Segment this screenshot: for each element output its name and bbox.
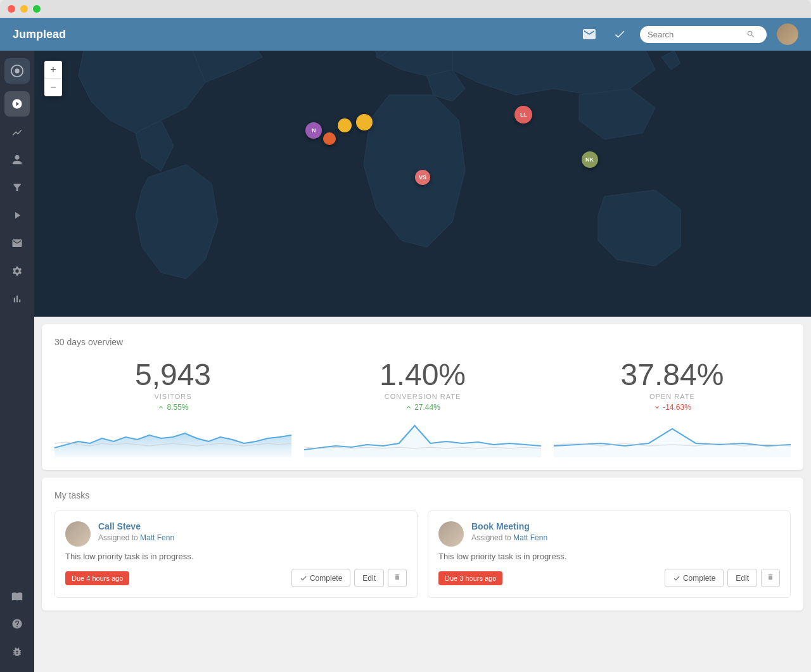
sidebar-item-settings[interactable] [4, 258, 30, 284]
sidebar-item-segments[interactable] [4, 175, 30, 200]
visitors-label: VISITORS [54, 393, 291, 400]
task-actions-2: Complete Edit [665, 569, 780, 587]
task-complete-button-2[interactable]: Complete [665, 569, 724, 587]
user-avatar[interactable] [777, 23, 798, 45]
sidebar-item-reports[interactable] [4, 286, 30, 312]
zoom-in-button[interactable]: + [44, 61, 62, 79]
task-header-2: Book Meeting Assigned to Matt Fenn [438, 521, 780, 547]
task-footer-2: Due 3 hours ago Complete Edit [438, 569, 780, 587]
task-footer-1: Due 4 hours ago Complete Edit [65, 569, 407, 587]
app-logo: Jumplead [13, 28, 569, 41]
trash-icon-1 [393, 573, 401, 581]
trash-icon-2 [767, 573, 774, 581]
map-pin-vs[interactable]: VS [415, 170, 430, 185]
stat-visitors: 5,943 VISITORS 8.55% [54, 360, 291, 457]
conversion-change: 27.44% [304, 403, 541, 412]
top-nav: Jumplead [0, 18, 811, 51]
task-assigned-link-2[interactable]: Matt Fenn [513, 533, 547, 542]
minimize-button[interactable] [20, 5, 28, 13]
map-pin-dot1[interactable] [338, 118, 352, 132]
sidebar-item-docs[interactable] [4, 583, 30, 609]
sidebar-item-bug[interactable] [4, 639, 30, 664]
sidebar-item-analytics[interactable] [4, 119, 30, 144]
down-arrow-icon [653, 403, 661, 411]
openrate-value: 37.84% [554, 360, 791, 390]
check-icon-1 [300, 574, 307, 582]
main-layout: + − LL N NK VS 30 days overview 5,943 VI… [0, 51, 811, 672]
task-assigned-2: Assigned to Matt Fenn [471, 533, 780, 542]
conversion-change-value: 27.44% [414, 403, 440, 412]
content-area: + − LL N NK VS 30 days overview 5,943 VI… [34, 51, 811, 672]
visitors-chart [54, 419, 291, 457]
sidebar-item-contacts[interactable] [4, 147, 30, 172]
task-delete-button-2[interactable] [761, 569, 780, 587]
task-edit-button-2[interactable]: Edit [727, 569, 757, 587]
messages-icon[interactable] [579, 24, 599, 44]
map-pin-ll[interactable]: LL [514, 106, 532, 124]
task-due-badge-1: Due 4 hours ago [65, 571, 129, 585]
task-title-2[interactable]: Book Meeting [471, 521, 780, 531]
search-bar[interactable] [640, 26, 767, 43]
search-icon [746, 30, 755, 39]
tasks-grid: Call Steve Assigned to Matt Fenn This lo… [54, 510, 791, 598]
openrate-change-value: -14.63% [663, 403, 691, 412]
sidebar-item-email[interactable] [4, 231, 30, 256]
visitors-change: 8.55% [54, 403, 291, 412]
tasks-section: My tasks Call Steve Assigned to Matt Fen… [42, 478, 803, 611]
overview-section: 30 days overview 5,943 VISITORS 8.55% [42, 324, 803, 470]
task-edit-button-1[interactable]: Edit [354, 569, 384, 587]
sidebar-logo [4, 58, 30, 84]
window-chrome [0, 0, 811, 18]
task-info-1: Call Steve Assigned to Matt Fenn [98, 521, 407, 542]
task-avatar-1 [65, 521, 91, 547]
visitors-value: 5,943 [54, 360, 291, 390]
task-header-1: Call Steve Assigned to Matt Fenn [65, 521, 407, 547]
close-button[interactable] [8, 5, 15, 13]
world-map: + − LL N NK VS [34, 51, 811, 317]
sidebar [0, 51, 34, 672]
map-pin-c[interactable] [323, 132, 336, 145]
task-actions-1: Complete Edit [291, 569, 407, 587]
map-pin-nk[interactable]: NK [582, 151, 598, 168]
task-avatar-2 [438, 521, 464, 547]
maximize-button[interactable] [33, 5, 41, 13]
stat-openrate: 37.84% OPEN RATE -14.63% [554, 360, 791, 457]
checkmark-icon[interactable] [610, 24, 630, 44]
openrate-change: -14.63% [554, 403, 791, 412]
task-title-1[interactable]: Call Steve [98, 521, 407, 531]
task-desc-1: This low priority task is in progress. [65, 552, 407, 561]
search-input[interactable] [648, 30, 743, 39]
map-zoom-controls: + − [44, 61, 62, 96]
stats-grid: 5,943 VISITORS 8.55% [54, 360, 791, 457]
svg-point-1 [15, 68, 19, 73]
conversion-value: 1.40% [304, 360, 541, 390]
task-complete-button-1[interactable]: Complete [291, 569, 350, 587]
stat-conversion: 1.40% CONVERSION RATE 27.44% [304, 360, 541, 457]
task-delete-button-1[interactable] [388, 569, 407, 587]
zoom-out-button[interactable]: − [44, 79, 62, 96]
visitors-change-value: 8.55% [167, 403, 188, 412]
up-arrow-icon-2 [405, 403, 412, 411]
task-due-badge-2: Due 3 hours ago [438, 571, 502, 585]
tasks-title: My tasks [54, 490, 791, 500]
check-icon-2 [673, 574, 680, 582]
task-assigned-1: Assigned to Matt Fenn [98, 533, 407, 542]
task-card-1: Call Steve Assigned to Matt Fenn This lo… [54, 510, 418, 598]
sidebar-item-help[interactable] [4, 611, 30, 637]
sidebar-item-automation[interactable] [4, 203, 30, 228]
conversion-label: CONVERSION RATE [304, 393, 541, 400]
openrate-label: OPEN RATE [554, 393, 791, 400]
conversion-chart [304, 419, 541, 457]
up-arrow-icon [157, 403, 165, 411]
task-info-2: Book Meeting Assigned to Matt Fenn [471, 521, 780, 542]
task-desc-2: This low priority task is in progress. [438, 552, 780, 561]
overview-title: 30 days overview [54, 337, 791, 347]
task-assigned-link-1[interactable]: Matt Fenn [140, 533, 174, 542]
task-card-2: Book Meeting Assigned to Matt Fenn This … [428, 510, 791, 598]
sidebar-item-dashboard[interactable] [4, 91, 30, 117]
openrate-chart [554, 419, 791, 457]
